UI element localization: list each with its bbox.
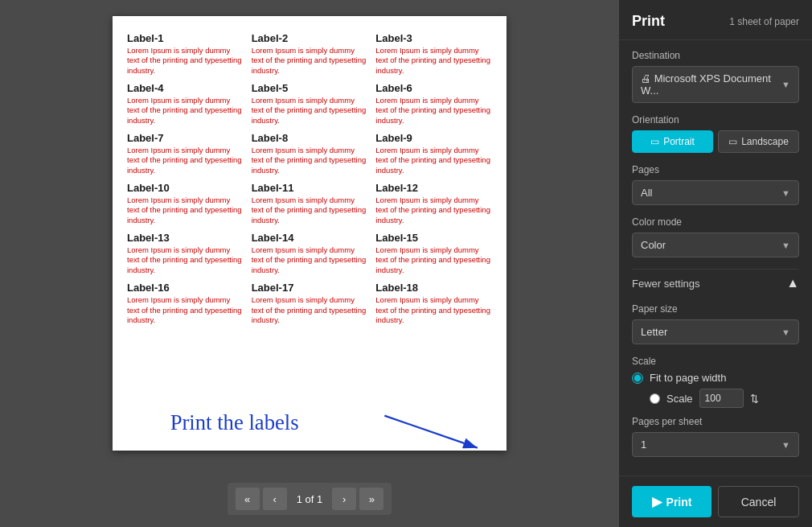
list-item: Label-14 Lorem Ipsum is simply dummy tex… [252, 232, 368, 275]
scale-label: Scale [632, 356, 799, 367]
pages-dropdown-arrow: ▼ [781, 188, 790, 198]
print-icon: ▶ [652, 494, 662, 509]
list-item: Label-3 Lorem Ipsum is simply dummy text… [375, 32, 492, 76]
label-text: Lorem Ipsum is simply dummy text of the … [252, 196, 368, 225]
fit-to-page-label: Fit to page width [650, 372, 726, 384]
portrait-button[interactable]: ▭ Portrait [632, 130, 713, 153]
prev-page-button[interactable]: ‹ [263, 488, 287, 510]
settings-title: Print [632, 13, 665, 30]
destination-dropdown[interactable]: 🖨 Microsoft XPS Document W... ▼ [632, 66, 799, 103]
label-title: Label-5 [252, 82, 368, 94]
settings-header: Print 1 sheet of paper [619, 0, 812, 40]
fewer-settings-icon: ▲ [786, 276, 799, 290]
portrait-icon: ▭ [650, 136, 659, 147]
label-title: Label-7 [127, 132, 244, 144]
label-title: Label-15 [375, 232, 492, 244]
list-item: Label-18 Lorem Ipsum is simply dummy tex… [375, 282, 492, 325]
pages-per-sheet-dropdown-arrow: ▼ [781, 440, 790, 450]
orientation-group: Orientation ▭ Portrait ▭ Landscape [632, 114, 799, 153]
pages-label: Pages [632, 164, 799, 175]
label-text: Lorem Ipsum is simply dummy text of the … [252, 46, 368, 76]
label-title: Label-14 [252, 232, 368, 244]
page-navigation: « ‹ 1 of 1 › » [228, 483, 392, 515]
pages-dropdown[interactable]: All ▼ [632, 180, 799, 205]
label-text: Lorem Ipsum is simply dummy text of the … [127, 96, 244, 126]
label-text: Lorem Ipsum is simply dummy text of the … [375, 46, 492, 76]
label-text: Lorem Ipsum is simply dummy text of the … [252, 295, 368, 325]
color-mode-dropdown[interactable]: Color ▼ [632, 233, 799, 257]
label-grid: Label-1 Lorem Ipsum is simply dummy text… [127, 32, 492, 325]
label-text: Lorem Ipsum is simply dummy text of the … [252, 96, 368, 126]
fewer-settings-label: Fewer settings [632, 278, 700, 290]
sheet-count: 1 sheet of paper [729, 16, 799, 27]
label-text: Lorem Ipsum is simply dummy text of the … [127, 295, 244, 325]
label-title: Label-9 [375, 132, 492, 144]
cancel-button[interactable]: Cancel [718, 486, 799, 517]
label-text: Lorem Ipsum is simply dummy text of the … [375, 245, 492, 275]
label-title: Label-12 [375, 182, 492, 194]
color-mode-group: Color mode Color ▼ [632, 216, 799, 257]
label-title: Label-11 [252, 182, 368, 194]
label-title: Label-2 [252, 32, 368, 44]
paper-size-group: Paper size Letter ▼ [632, 303, 799, 344]
label-title: Label-1 [127, 32, 244, 44]
scale-value-input[interactable] [699, 389, 744, 408]
label-title: Label-17 [252, 282, 368, 294]
label-text: Lorem Ipsum is simply dummy text of the … [252, 245, 368, 275]
label-text: Lorem Ipsum is simply dummy text of the … [127, 146, 244, 175]
pages-per-sheet-dropdown[interactable]: 1 ▼ [632, 432, 799, 457]
first-page-button[interactable]: « [236, 488, 260, 510]
scale-text-label: Scale [666, 393, 693, 405]
list-item: Label-1 Lorem Ipsum is simply dummy text… [127, 32, 244, 76]
list-item: Label-4 Lorem Ipsum is simply dummy text… [127, 82, 244, 126]
scale-radio[interactable] [650, 393, 660, 404]
landscape-icon: ▭ [728, 136, 737, 147]
pages-per-sheet-label: Pages per sheet [632, 416, 799, 427]
list-item: Label-9 Lorem Ipsum is simply dummy text… [375, 132, 492, 175]
label-title: Label-3 [375, 32, 492, 44]
label-title: Label-8 [252, 132, 368, 144]
paper-size-dropdown[interactable]: Letter ▼ [632, 319, 799, 344]
scale-group: Scale Fit to page width Scale ⇅ [632, 356, 799, 408]
preview-panel: Label-1 Lorem Ipsum is simply dummy text… [0, 0, 619, 527]
fewer-settings-toggle[interactable]: Fewer settings ▲ [632, 269, 799, 297]
orientation-label: Orientation [632, 114, 799, 126]
list-item: Label-17 Lorem Ipsum is simply dummy tex… [252, 282, 368, 325]
next-page-button[interactable]: › [332, 488, 356, 510]
label-text: Lorem Ipsum is simply dummy text of the … [127, 245, 244, 275]
list-item: Label-12 Lorem Ipsum is simply dummy tex… [375, 182, 492, 225]
list-item: Label-10 Lorem Ipsum is simply dummy tex… [127, 182, 244, 225]
color-mode-dropdown-arrow: ▼ [781, 241, 790, 250]
label-text: Lorem Ipsum is simply dummy text of the … [127, 46, 244, 76]
pages-group: Pages All ▼ [632, 164, 799, 205]
print-button[interactable]: ▶ Print [632, 486, 712, 517]
scale-arrows: ⇅ [750, 393, 759, 405]
label-title: Label-6 [375, 82, 492, 94]
fit-to-page-radio[interactable] [632, 373, 643, 384]
landscape-button[interactable]: ▭ Landscape [718, 130, 799, 153]
destination-label: Destination [632, 50, 799, 61]
label-title: Label-10 [127, 182, 244, 194]
list-item: Label-2 Lorem Ipsum is simply dummy text… [252, 32, 368, 76]
list-item: Label-6 Lorem Ipsum is simply dummy text… [375, 82, 492, 126]
paper-size-dropdown-arrow: ▼ [781, 327, 790, 337]
list-item: Label-15 Lorem Ipsum is simply dummy tex… [375, 232, 492, 275]
settings-footer: ▶ Print Cancel [619, 476, 812, 527]
list-item: Label-16 Lorem Ipsum is simply dummy tex… [127, 282, 244, 325]
list-item: Label-5 Lorem Ipsum is simply dummy text… [252, 82, 368, 126]
scale-input-row: Scale ⇅ [650, 389, 799, 408]
label-text: Lorem Ipsum is simply dummy text of the … [127, 196, 244, 225]
paper-size-label: Paper size [632, 303, 799, 315]
pages-per-sheet-group: Pages per sheet 1 ▼ [632, 416, 799, 457]
page-preview: Label-1 Lorem Ipsum is simply dummy text… [113, 16, 506, 451]
label-text: Lorem Ipsum is simply dummy text of the … [375, 196, 492, 225]
fit-to-page-row: Fit to page width [632, 372, 799, 384]
page-preview-wrapper: Label-1 Lorem Ipsum is simply dummy text… [113, 16, 506, 451]
list-item: Label-7 Lorem Ipsum is simply dummy text… [127, 132, 244, 175]
settings-body: Destination 🖨 Microsoft XPS Document W..… [619, 40, 812, 476]
label-title: Label-4 [127, 82, 244, 94]
label-title: Label-16 [127, 282, 244, 294]
last-page-button[interactable]: » [359, 488, 383, 510]
label-text: Lorem Ipsum is simply dummy text of the … [375, 295, 492, 325]
orientation-buttons: ▭ Portrait ▭ Landscape [632, 130, 799, 153]
